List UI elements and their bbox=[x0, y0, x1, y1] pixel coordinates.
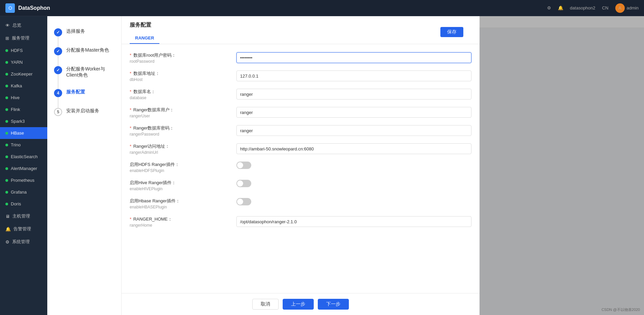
save-button[interactable]: 保存 bbox=[440, 27, 463, 37]
label-enableHIVEPlugin: 启用Hive Ranger插件： bbox=[130, 180, 231, 186]
input-rangerPassword[interactable] bbox=[236, 125, 471, 136]
step-content-4: 服务配置 bbox=[66, 89, 114, 95]
key-database: database bbox=[130, 95, 231, 100]
sidebar-item-zookeeper[interactable]: ZooKeeper bbox=[0, 68, 47, 80]
navbar-left: ⬡ DataSophon bbox=[5, 3, 50, 13]
wizard-step-1[interactable]: ✓ 选择服务 bbox=[47, 23, 121, 42]
prev-button[interactable]: 上一步 bbox=[283, 299, 314, 310]
label-enableHDFSPlugin: 启用HDFS Ranger插件： bbox=[130, 162, 231, 168]
step-content-1: 选择服务 bbox=[66, 28, 114, 34]
input-rangerAdminUrl[interactable] bbox=[236, 143, 471, 154]
user-menu[interactable]: A admin bbox=[615, 3, 639, 13]
tab-ranger[interactable]: RANGER bbox=[130, 33, 159, 44]
toggle-enableHBASEPlugin[interactable] bbox=[236, 198, 251, 205]
alertmanager-status-dot bbox=[5, 167, 8, 170]
input-rangerUser[interactable] bbox=[236, 107, 471, 118]
flink-status-dot bbox=[5, 108, 8, 111]
label-group-rangerAdminUrl: * Ranger访问地址： rangerAdminUrl bbox=[130, 143, 231, 155]
sidebar-item-kafka[interactable]: Kafka bbox=[0, 80, 47, 92]
sidebar-item-hbase[interactable]: HBase bbox=[0, 127, 47, 139]
cluster-selector[interactable]: datasophon2 bbox=[570, 5, 595, 10]
key-enableHIVEPlugin: enableHIVEPlugin bbox=[130, 187, 231, 191]
label-dbHost: * 数据库地址： bbox=[130, 70, 231, 77]
install-modal: ✓ 选择服务 ✓ 分配服务Master角色 bbox=[47, 16, 480, 315]
wizard-step-5[interactable]: 5 安装并启动服务 bbox=[47, 103, 121, 121]
bell-icon[interactable]: 🔔 bbox=[558, 5, 563, 10]
sidebar-item-hdfs[interactable]: HDFS bbox=[0, 45, 47, 56]
sidebar-item-prometheus[interactable]: Prometheus bbox=[0, 174, 47, 186]
key-rangerPassword: rangerPassword bbox=[130, 132, 231, 137]
label-rangerPassword: * Ranger数据库密码： bbox=[130, 125, 231, 131]
step-content-3: 分配服务Worker与Client角色 bbox=[66, 66, 114, 78]
sidebar-item-hive[interactable]: Hive bbox=[0, 92, 47, 104]
label-group-rangerHome: * RANGER_HOME： rangerHome bbox=[130, 216, 231, 228]
next-button[interactable]: 下一步 bbox=[318, 299, 349, 310]
sidebar-label-kafka: Kafka bbox=[11, 83, 22, 88]
step-circle-4: 4 bbox=[54, 89, 62, 97]
label-group-database: * 数据库名： database bbox=[130, 89, 231, 100]
input-rootPassword[interactable] bbox=[236, 52, 471, 63]
settings-icon[interactable]: ⚙ bbox=[547, 5, 551, 10]
sidebar-label-alertmanager: AlertManager bbox=[11, 166, 37, 171]
sidebar-item-sys-mgmt[interactable]: ⚙ 系统管理 bbox=[0, 235, 47, 248]
yarn-status-dot bbox=[5, 61, 8, 64]
content-area: 服务管理 / HBASE ✓ 选择服务 bbox=[47, 16, 644, 315]
key-rootPassword: rootPassword bbox=[130, 59, 231, 64]
navbar: ⬡ DataSophon ⚙ 🔔 datasophon2 CN A admin bbox=[0, 0, 644, 16]
key-enableHDFSPlugin: enableHDFSPlugin bbox=[130, 168, 231, 173]
logo-icon: ⬡ bbox=[8, 6, 12, 10]
label-group-rangerPassword: * Ranger数据库密码： rangerPassword bbox=[130, 125, 231, 137]
label-group-rangerUser: * Ranger数据库用户： rangerUser bbox=[130, 107, 231, 118]
sidebar-label-yarn: YARN bbox=[11, 60, 23, 65]
sidebar-item-trino[interactable]: Trino bbox=[0, 139, 47, 151]
input-dbHost[interactable] bbox=[236, 70, 471, 81]
input-rangerHome[interactable] bbox=[236, 216, 471, 227]
step-title-4: 服务配置 bbox=[66, 89, 114, 95]
cancel-button[interactable]: 取消 bbox=[252, 299, 279, 310]
app-logo: ⬡ bbox=[5, 3, 15, 13]
prometheus-status-dot bbox=[5, 179, 8, 182]
sidebar-label-grafana: Grafana bbox=[11, 190, 27, 195]
sidebar-item-alert-mgmt[interactable]: 🔔 告警管理 bbox=[0, 223, 47, 235]
lang-selector[interactable]: CN bbox=[602, 5, 609, 10]
toggle-enableHDFSPlugin[interactable] bbox=[236, 162, 251, 169]
key-enableHBASEPlugin: enableHBASEPlugin bbox=[130, 205, 231, 209]
wizard-step-2[interactable]: ✓ 分配服务Master角色 bbox=[47, 42, 121, 61]
toggle-enableHIVEPlugin[interactable] bbox=[236, 180, 251, 187]
key-rangerAdminUrl: rangerAdminUrl bbox=[130, 150, 231, 155]
app-title: DataSophon bbox=[18, 5, 50, 11]
step-circle-3: ✓ bbox=[54, 66, 62, 74]
step-content-2: 分配服务Master角色 bbox=[66, 47, 114, 53]
step-title-1: 选择服务 bbox=[66, 28, 114, 34]
sidebar-item-elasticsearch[interactable]: ElasticSearch bbox=[0, 151, 47, 163]
field-row-rangerPassword: * Ranger数据库密码： rangerPassword bbox=[130, 125, 471, 137]
wizard-step-3[interactable]: ✓ 分配服务Worker与Client角色 bbox=[47, 61, 121, 84]
spark3-status-dot bbox=[5, 120, 8, 123]
step-content-5: 安装并启动服务 bbox=[66, 108, 114, 114]
sidebar-item-grafana[interactable]: Grafana bbox=[0, 186, 47, 198]
sidebar-item-spark3[interactable]: Spark3 bbox=[0, 115, 47, 127]
sidebar-label-flink: Flink bbox=[11, 107, 20, 112]
label-rangerAdminUrl: * Ranger访问地址： bbox=[130, 143, 231, 149]
wizard-step-4[interactable]: 4 服务配置 bbox=[47, 84, 121, 103]
sidebar-label-service-mgmt: 服务管理 bbox=[12, 35, 29, 41]
es-status-dot bbox=[5, 155, 8, 158]
modal-footer: 取消 上一步 下一步 bbox=[122, 293, 480, 315]
input-database[interactable] bbox=[236, 89, 471, 99]
sidebar-item-flink[interactable]: Flink bbox=[0, 104, 47, 115]
host-mgmt-icon: 🖥 bbox=[5, 214, 10, 219]
sidebar-item-doris[interactable]: Doris bbox=[0, 198, 47, 210]
sidebar-item-overview[interactable]: 👁 总览 bbox=[0, 19, 47, 32]
sidebar-item-alertmanager[interactable]: AlertManager bbox=[0, 163, 47, 174]
sidebar-item-host-mgmt[interactable]: 🖥 主机管理 bbox=[0, 210, 47, 223]
sidebar-label-prometheus: Prometheus bbox=[11, 178, 34, 183]
sidebar-item-yarn[interactable]: YARN bbox=[0, 56, 47, 68]
modal-overlay: ✓ 选择服务 ✓ 分配服务Master角色 bbox=[47, 16, 644, 315]
step-circle-2: ✓ bbox=[54, 47, 62, 55]
doris-status-dot bbox=[5, 203, 8, 205]
sidebar-item-service-mgmt[interactable]: ⊞ 服务管理 bbox=[0, 32, 47, 45]
hdfs-status-dot bbox=[5, 49, 8, 52]
key-rangerUser: rangerUser bbox=[130, 114, 231, 118]
label-group-rootPassword: * 数据库root用户密码： rootPassword bbox=[130, 52, 231, 64]
key-dbHost: dbHost bbox=[130, 77, 231, 82]
